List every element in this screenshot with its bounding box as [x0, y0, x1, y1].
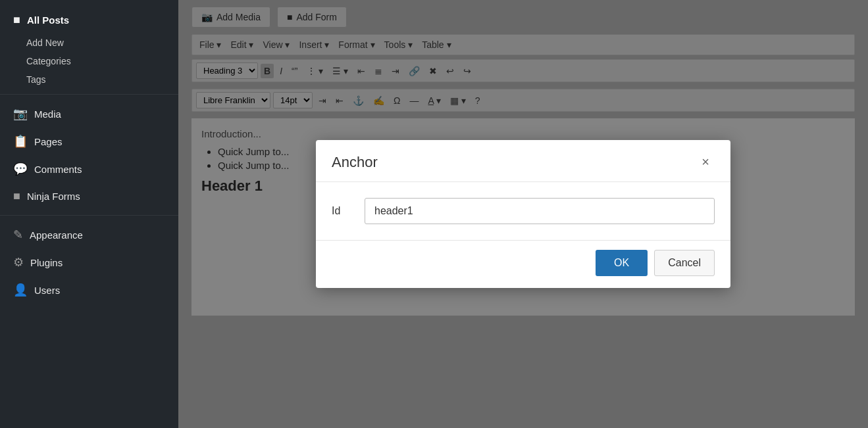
modal-overlay: Anchor × Id OK Cancel: [178, 0, 868, 428]
sidebar-item-ninja-forms[interactable]: ■ Ninja Forms: [0, 183, 178, 210]
users-icon: 👤: [13, 283, 28, 297]
sidebar-item-users[interactable]: 👤 Users: [0, 276, 178, 304]
media-icon: 📷: [13, 107, 28, 121]
sidebar-item-label: Pages: [34, 136, 63, 147]
plugins-icon: ⚙: [13, 255, 24, 270]
sidebar-item-pages[interactable]: 📋 Pages: [0, 128, 178, 155]
dialog-cancel-button[interactable]: Cancel: [654, 250, 715, 276]
pages-icon: 📋: [13, 134, 28, 149]
sidebar-item-label: Appearance: [30, 229, 83, 241]
sidebar-item-label: Comments: [34, 164, 82, 175]
sidebar-item-tags[interactable]: Tags: [0, 70, 178, 89]
sidebar-item-media[interactable]: 📷 Media: [0, 100, 178, 128]
sidebar-item-label: Add New: [26, 37, 64, 48]
sidebar-item-appearance[interactable]: ✎ Appearance: [0, 221, 178, 249]
sidebar-item-label: Media: [34, 108, 61, 120]
sidebar-divider: [0, 94, 178, 95]
sidebar-item-add-new[interactable]: Add New: [0, 34, 178, 52]
dialog-footer: OK Cancel: [316, 240, 730, 288]
main-content: 📷 Add Media ■ Add Form File ▾ Edit ▾ Vie…: [178, 0, 868, 428]
sidebar-item-label: Tags: [26, 74, 46, 85]
dialog-title: Anchor: [332, 154, 378, 171]
sidebar-divider-2: [0, 215, 178, 216]
sidebar-item-categories[interactable]: Categories: [0, 52, 178, 70]
sidebar-item-label: Plugins: [30, 257, 63, 268]
dialog-header: Anchor ×: [316, 140, 730, 182]
anchor-dialog: Anchor × Id OK Cancel: [316, 140, 730, 288]
posts-icon: ■: [13, 13, 20, 27]
comments-icon: 💬: [13, 162, 28, 176]
dialog-body: Id: [316, 182, 730, 240]
dialog-id-input[interactable]: [365, 198, 715, 224]
appearance-icon: ✎: [13, 227, 23, 242]
ninja-forms-icon: ■: [13, 189, 20, 203]
dialog-field-label: Id: [332, 205, 351, 217]
sidebar-item-comments[interactable]: 💬 Comments: [0, 155, 178, 183]
sidebar-item-plugins[interactable]: ⚙ Plugins: [0, 249, 178, 276]
sidebar-item-label: Users: [34, 285, 60, 296]
dialog-close-button[interactable]: ×: [696, 152, 715, 172]
sidebar-item-label: Categories: [26, 56, 71, 66]
sidebar-item-all-posts[interactable]: ■ All Posts: [0, 7, 178, 34]
dialog-ok-button[interactable]: OK: [596, 250, 648, 276]
sidebar-item-label: Ninja Forms: [27, 191, 80, 202]
sidebar-item-label: All Posts: [27, 14, 69, 26]
sidebar: ■ All Posts Add New Categories Tags 📷 Me…: [0, 0, 178, 428]
dialog-field: Id: [332, 198, 715, 224]
